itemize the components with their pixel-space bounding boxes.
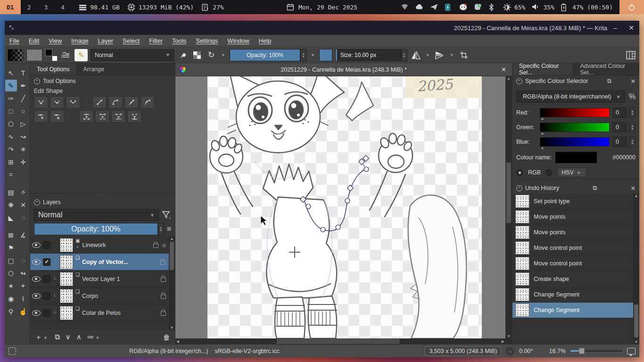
break-point-button[interactable] xyxy=(79,110,93,123)
close-docker-icon[interactable]: ✕ xyxy=(631,78,636,85)
green-slider[interactable]: ▲ xyxy=(540,123,610,132)
chevron-down-icon[interactable]: ▼ xyxy=(448,53,455,58)
workspace-2[interactable]: 2 xyxy=(21,0,38,14)
float-docker-icon[interactable]: ⧉ xyxy=(607,78,611,85)
layer-opacity-slider[interactable]: Opacity: 100% xyxy=(34,223,158,235)
undo-item[interactable]: Move points xyxy=(512,225,639,240)
tab-arrange[interactable]: Arrange xyxy=(76,63,111,75)
menu-image[interactable]: Image xyxy=(66,37,93,44)
reload-preset-button[interactable]: ↻ xyxy=(206,49,217,61)
window-titlebar[interactable]: 20251229 - Cannella de Meias.kra (248.3 … xyxy=(5,21,639,35)
tool-text[interactable]: T xyxy=(17,67,29,79)
menu-help[interactable]: Help xyxy=(254,37,276,44)
undo-item-selected[interactable]: Change Segment xyxy=(512,303,639,318)
blue-value[interactable]: 0 xyxy=(612,137,627,147)
workspace-4[interactable]: 4 xyxy=(54,0,71,14)
undo-scrollbar[interactable]: ▲▼ xyxy=(633,194,639,344)
menu-file[interactable]: File xyxy=(5,37,24,44)
segment-line-button[interactable] xyxy=(92,96,107,108)
colour-hex-value[interactable]: #000000 xyxy=(601,154,636,161)
workspace-1[interactable]: D1 xyxy=(0,0,21,14)
power-button[interactable] xyxy=(619,0,644,14)
layer-properties-button[interactable]: ≔▼ xyxy=(87,333,101,341)
tool-fill[interactable]: ◣ xyxy=(5,212,17,223)
canvas-vertical-scrollbar[interactable]: ▲▼ xyxy=(505,76,512,338)
eraser-toggle[interactable] xyxy=(177,49,189,61)
zoom-slider[interactable] xyxy=(570,350,622,352)
undo-item[interactable]: Move points xyxy=(512,209,639,225)
menu-tools[interactable]: Tools xyxy=(167,37,191,44)
layer-row-linework[interactable]: ▣⌄ Linework α▦ xyxy=(30,237,175,254)
zoom-value[interactable]: 16.7% xyxy=(549,348,566,354)
size-spinner[interactable]: ▲▼ xyxy=(401,49,407,61)
layer-checkbox[interactable] xyxy=(43,292,50,300)
visibility-eye-icon[interactable] xyxy=(32,276,41,282)
visibility-eye-icon[interactable] xyxy=(32,259,41,265)
canvas-horizontal-scrollbar[interactable]: ◀▶ xyxy=(175,338,512,344)
blue-spinner[interactable]: ▲▼ xyxy=(629,137,636,147)
fg-bg-colors[interactable] xyxy=(45,49,58,61)
float-docker-icon[interactable]: ⧉ xyxy=(593,185,597,192)
tool-measure[interactable]: ∡ xyxy=(17,229,29,241)
layer-thumbnail[interactable] xyxy=(60,255,73,269)
undo-item[interactable]: Create shape xyxy=(512,272,639,287)
canvas-subwindow-titlebar[interactable]: 20251229 - Cannella de Meias.kra (248.3 … xyxy=(175,63,512,76)
layer-thumbnail[interactable] xyxy=(60,272,73,286)
layer-lock-icon[interactable] xyxy=(161,295,166,299)
segment-curve-button[interactable] xyxy=(108,96,123,108)
canvas-viewport[interactable]: 2025 xyxy=(175,76,505,338)
tool-ellipse-select[interactable]: ◌ xyxy=(17,255,29,266)
layer-filter-icon[interactable] xyxy=(162,210,171,220)
layer-thumbnail[interactable] xyxy=(60,238,73,252)
tool-pattern-edit[interactable]: ❋ xyxy=(5,199,17,211)
menu-layer[interactable]: Layer xyxy=(93,37,118,44)
layer-checkbox[interactable] xyxy=(43,241,50,249)
layers-scrollbar[interactable]: ▲▼ xyxy=(169,237,175,330)
hsv-radio[interactable] xyxy=(545,169,553,176)
tab-tool-options[interactable]: Tool Options xyxy=(30,63,76,75)
green-value[interactable]: 0 xyxy=(612,122,627,132)
rgb-radio[interactable] xyxy=(516,169,523,176)
layer-row-vector-layer-1[interactable]: └ ❏ Vector Layer 1 α xyxy=(30,271,175,288)
tool-select-shapes[interactable]: ↖ xyxy=(5,67,17,79)
canvas-page[interactable]: 2025 xyxy=(207,76,482,338)
gradient-chooser[interactable] xyxy=(8,49,24,61)
tool-freehand-select[interactable]: ↬ xyxy=(17,267,29,279)
wrap-around-button[interactable] xyxy=(458,49,470,61)
red-spinner[interactable]: ▲▼ xyxy=(629,107,636,118)
tool-bezier-select[interactable]: ◉ xyxy=(5,293,17,304)
chevron-down-icon[interactable]: ▼ xyxy=(424,53,431,58)
tool-multibrush[interactable]: ✳ xyxy=(17,143,29,155)
curve-to-line-button[interactable] xyxy=(124,96,139,108)
green-spinner[interactable]: ▲▼ xyxy=(629,122,636,132)
tool-colorize-mask[interactable]: ✕ xyxy=(17,199,29,211)
menu-edit[interactable]: Edit xyxy=(24,37,44,44)
symmetric-point-button[interactable] xyxy=(66,96,80,108)
flow-chip[interactable] xyxy=(319,49,332,61)
tool-bezier-curve[interactable]: ∿ xyxy=(5,131,17,142)
merge-points-button[interactable] xyxy=(127,110,141,123)
layer-lock-icon[interactable] xyxy=(160,261,165,265)
menu-filter[interactable]: Filter xyxy=(144,37,167,44)
layer-row-colar-de-pelos[interactable]: └ ❏ Colar de Pelos α xyxy=(30,304,175,321)
tool-zoom[interactable]: ⚲ xyxy=(5,305,17,317)
workspace-3[interactable]: 3 xyxy=(37,0,54,14)
rotation-icon[interactable]: ↔ xyxy=(506,347,514,355)
tool-move[interactable]: ✛ xyxy=(17,156,29,168)
chevron-down-icon[interactable]: ▼ xyxy=(220,53,227,58)
workspace-chooser-button[interactable] xyxy=(625,49,636,61)
lock-icon[interactable] xyxy=(34,78,40,84)
smooth-point-button[interactable] xyxy=(50,96,64,108)
mirror-horizontal-button[interactable] xyxy=(410,49,421,61)
line-to-curve-button[interactable] xyxy=(140,96,155,108)
close-docker-icon[interactable]: ✕ xyxy=(631,185,636,192)
tool-color-sampler[interactable]: ✧ xyxy=(17,186,29,198)
opacity-slider[interactable]: Opacity: 100% xyxy=(230,49,300,61)
layer-name[interactable]: Corpo xyxy=(82,293,158,299)
layer-lock-icon[interactable] xyxy=(161,312,166,316)
layer-name[interactable]: Copy of Vector... xyxy=(82,259,158,265)
layer-lock-icon[interactable] xyxy=(153,244,158,248)
tool-polygon[interactable]: ⬠ xyxy=(5,118,17,130)
hsv-select[interactable]: HSV ▼ xyxy=(557,168,586,177)
mirror-vertical-button[interactable] xyxy=(434,49,446,61)
